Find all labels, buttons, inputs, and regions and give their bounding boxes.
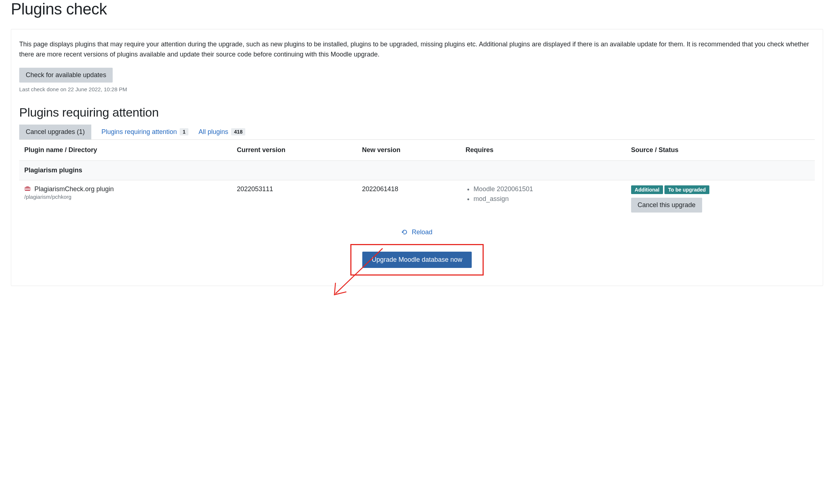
col-status-header: Source / Status (626, 140, 815, 161)
reload-link[interactable]: Reload (401, 228, 432, 236)
status-badge-upgrade: To be upgraded (664, 185, 709, 194)
all-plugins-link[interactable]: All plugins 418 (199, 125, 245, 139)
upgrade-highlight-box: Upgrade Moodle database now (350, 244, 484, 276)
intro-text: This page displays plugins that may requ… (19, 39, 815, 60)
col-name-header: Plugin name / Directory (19, 140, 232, 161)
requiring-attention-count: 1 (180, 128, 188, 135)
content-panel: This page displays plugins that may requ… (11, 29, 823, 286)
reload-icon (401, 229, 408, 235)
all-plugins-label: All plugins (199, 128, 228, 136)
plugin-name: PlagiarismCheck.org plugin (34, 185, 114, 193)
cancel-this-upgrade-button[interactable]: Cancel this upgrade (631, 198, 702, 213)
section-title: Plugins requiring attention (19, 105, 815, 119)
col-current-header: Current version (232, 140, 357, 161)
plugin-icon (24, 186, 31, 192)
plugin-directory: /plagiarism/pchkorg (24, 194, 227, 200)
plugins-table: Plugin name / Directory Current version … (19, 140, 815, 218)
page-title: Plugins check (11, 0, 823, 18)
col-new-header: New version (357, 140, 460, 161)
last-check-text: Last check done on 22 June 2022, 10:28 P… (19, 86, 815, 92)
reload-label: Reload (412, 228, 432, 236)
status-badge-additional: Additional (631, 185, 663, 194)
filter-row: Cancel upgrades (1) Plugins requiring at… (19, 125, 815, 140)
requires-list: Moodle 2020061501 mod_assign (466, 185, 621, 203)
current-version: 2022053111 (232, 180, 357, 218)
all-plugins-count: 418 (231, 128, 245, 135)
requires-item: mod_assign (474, 195, 621, 203)
plugins-requiring-attention-label: Plugins requiring attention (101, 128, 177, 136)
plugins-requiring-attention-link[interactable]: Plugins requiring attention 1 (101, 125, 188, 139)
cancel-upgrades-button[interactable]: Cancel upgrades (1) (19, 125, 91, 139)
table-row: PlagiarismCheck.org plugin /plagiarism/p… (19, 180, 815, 218)
check-updates-button[interactable]: Check for available updates (19, 68, 113, 83)
new-version: 2022061418 (357, 180, 460, 218)
col-requires-header: Requires (460, 140, 626, 161)
requires-item: Moodle 2020061501 (474, 185, 621, 193)
category-row: Plagiarism plugins (19, 160, 815, 180)
upgrade-database-button[interactable]: Upgrade Moodle database now (362, 252, 472, 268)
